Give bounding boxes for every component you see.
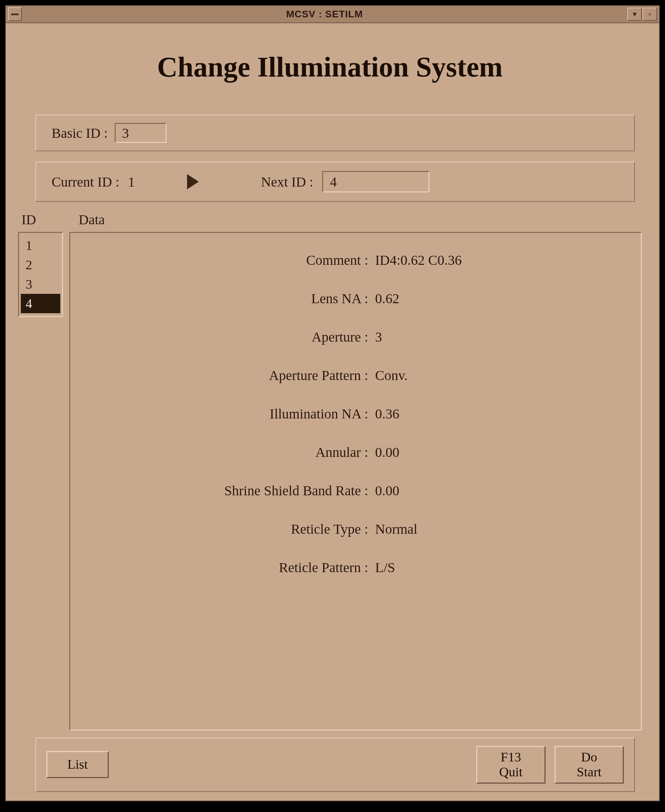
aperture-label: Aperture :	[88, 329, 375, 345]
maximize-icon: ▫	[649, 10, 651, 19]
shrine-shield-label: Shrine Shield Band Rate :	[88, 482, 375, 499]
data-row-comment: Comment : ID4:0.62 C0.36	[88, 252, 624, 268]
basic-id-panel: Basic ID : 3	[35, 114, 635, 151]
titlebar-button-group: ▾ ▫	[627, 8, 657, 21]
comment-label: Comment :	[88, 252, 375, 268]
data-row-lens-na: Lens NA : 0.62	[88, 291, 624, 307]
data-row-aperture-pattern: Aperture Pattern : Conv.	[88, 367, 624, 384]
id-list[interactable]: 1 2 3 4	[18, 232, 63, 317]
reticle-pattern-label: Reticle Pattern :	[88, 559, 375, 576]
current-id-label: Current ID :	[52, 174, 120, 190]
list-item[interactable]: 1	[21, 236, 60, 255]
maximize-button[interactable]: ▫	[642, 8, 657, 21]
footer-panel: List F13 Quit Do Start	[35, 738, 635, 792]
quit-button-line1: F13	[488, 750, 533, 765]
lens-na-label: Lens NA :	[88, 291, 375, 307]
mcsv-setilm-window: MCSV : SETILM ▾ ▫ Change Illumination Sy…	[5, 5, 660, 801]
current-id-value: 1	[128, 174, 135, 190]
basic-id-input[interactable]: 3	[115, 123, 167, 143]
minimize-button[interactable]: ▾	[627, 8, 642, 21]
list-item-selected[interactable]: 4	[21, 294, 60, 313]
reticle-pattern-value: L/S	[375, 559, 624, 576]
illum-na-value: 0.36	[375, 406, 624, 422]
list-headers: ID Data	[18, 211, 642, 228]
basic-id-label: Basic ID :	[52, 125, 108, 141]
next-id-label: Next ID :	[261, 174, 313, 190]
header-id: ID	[21, 211, 79, 228]
do-start-button[interactable]: Do Start	[555, 746, 624, 784]
minus-icon	[11, 13, 19, 15]
quit-button-line2: Quit	[488, 765, 533, 780]
data-row-aperture: Aperture : 3	[88, 329, 624, 345]
data-row-reticle-type: Reticle Type : Normal	[88, 521, 624, 537]
aperture-pattern-label: Aperture Pattern :	[88, 367, 375, 384]
data-panel: Comment : ID4:0.62 C0.36 Lens NA : 0.62 …	[69, 232, 642, 731]
minimize-icon: ▾	[633, 10, 637, 19]
next-id-input[interactable]: 4	[322, 171, 429, 193]
titlebar[interactable]: MCSV : SETILM ▾ ▫	[6, 6, 659, 23]
do-button-line1: Do	[567, 750, 612, 765]
data-row-annular: Annular : 0.00	[88, 444, 624, 460]
aperture-value: 3	[375, 329, 624, 345]
quit-button[interactable]: F13 Quit	[476, 746, 545, 784]
comment-value: ID4:0.62 C0.36	[375, 252, 624, 268]
annular-label: Annular :	[88, 444, 375, 460]
lens-na-value: 0.62	[375, 291, 624, 307]
reticle-type-label: Reticle Type :	[88, 521, 375, 537]
system-menu-button[interactable]	[8, 7, 22, 21]
page-title: Change Illumination System	[18, 51, 642, 83]
data-row-shrine-shield: Shrine Shield Band Rate : 0.00	[88, 482, 624, 499]
annular-value: 0.00	[375, 444, 624, 460]
illum-na-label: Illumination NA :	[88, 406, 375, 422]
basic-id-value: 3	[122, 125, 129, 141]
aperture-pattern-value: Conv.	[375, 367, 624, 384]
shrine-shield-value: 0.00	[375, 482, 624, 499]
window-title: MCSV : SETILM	[22, 9, 627, 20]
do-button-line2: Start	[567, 765, 612, 780]
list-item[interactable]: 2	[21, 255, 60, 274]
reticle-type-value: Normal	[375, 521, 624, 537]
list-item[interactable]: 3	[21, 274, 60, 294]
play-icon[interactable]	[187, 174, 199, 190]
data-row-reticle-pattern: Reticle Pattern : L/S	[88, 559, 624, 576]
header-data: Data	[79, 211, 105, 228]
list-button[interactable]: List	[46, 751, 109, 778]
list-button-label: List	[67, 757, 88, 771]
next-id-value: 4	[330, 174, 337, 190]
current-next-panel: Current ID : 1 Next ID : 4	[35, 162, 635, 202]
data-row-illum-na: Illumination NA : 0.36	[88, 406, 624, 422]
